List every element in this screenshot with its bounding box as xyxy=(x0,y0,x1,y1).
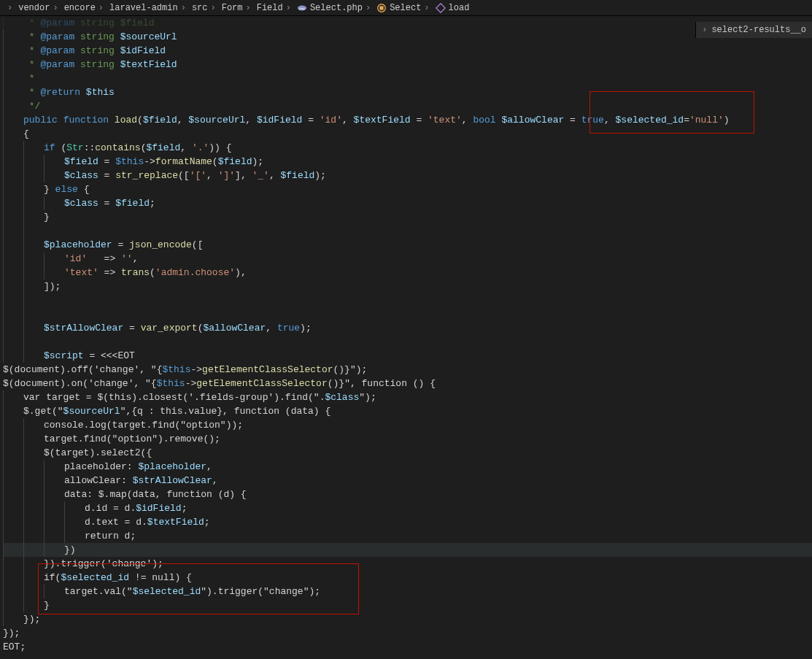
code-line: console.log(target.find("option")); xyxy=(3,418,812,432)
code-line: * xyxy=(3,72,812,85)
crumb-label: vendor xyxy=(18,3,50,13)
svg-rect-3 xyxy=(380,6,384,9)
code-line: if (Str::contains($field, '.')) { xyxy=(3,141,812,155)
code-line: * @param string $idField xyxy=(3,44,812,58)
crumb-form[interactable]: ›Form xyxy=(207,3,242,13)
code-line: }); xyxy=(3,626,812,640)
code-line: $class = str_replace(['[', ']'], '_', $f… xyxy=(3,169,812,182)
code-line: public function load($field, $sourceUrl,… xyxy=(3,113,812,127)
chevron-right-icon: › xyxy=(98,3,104,13)
code-line: $(document).on('change', "{$this->getEle… xyxy=(3,377,812,390)
code-line: $placeholder = json_encode([ xyxy=(3,238,812,252)
code-line xyxy=(3,293,812,307)
chevron-right-icon: › xyxy=(246,3,251,13)
svg-rect-4 xyxy=(436,3,444,12)
code-editor[interactable]: * @param string $field * @param string $… xyxy=(0,16,812,659)
crumb-label: encore xyxy=(64,3,96,13)
chevron-right-icon: › xyxy=(424,3,429,13)
code-line: placeholder: $placeholder, xyxy=(3,460,812,474)
crumb-label: load xyxy=(449,3,470,13)
code-line: $field = $this->formatName($field); xyxy=(3,155,812,169)
crumb-label: Form xyxy=(222,3,243,13)
code-line: $strAllowClear = var_export($allowClear,… xyxy=(3,321,812,335)
code-line: * @param string $textField xyxy=(3,58,812,72)
code-line: $class = $field; xyxy=(3,196,812,210)
code-line: * @param string $sourceUrl xyxy=(3,30,812,44)
code-line: return d; xyxy=(3,529,812,543)
crumb-src[interactable]: ›src xyxy=(178,3,208,13)
code-line: $(document).off('change', "{$this->getEl… xyxy=(3,363,812,377)
code-line: data: $.map(data, function (d) { xyxy=(3,487,812,501)
code-line: EOT; xyxy=(3,640,812,654)
code-line xyxy=(3,307,812,321)
crumb-laravel-admin[interactable]: ›laravel-admin xyxy=(96,3,178,13)
crumb-label: Select xyxy=(390,3,421,13)
code-line: $(target).select2({ xyxy=(3,446,812,460)
code-line: } xyxy=(3,210,812,224)
code-line: * @return $this xyxy=(3,85,812,99)
crumb-label: src xyxy=(192,3,208,13)
crumb-label: Select.php xyxy=(310,3,363,13)
crumb-label: laravel-admin xyxy=(109,3,178,13)
code-line: d.text = d.$textField; xyxy=(3,515,812,529)
code-line: 'text' => trans('admin.choose'), xyxy=(3,266,812,280)
code-line xyxy=(3,224,812,238)
code-line xyxy=(3,335,812,349)
code-line: }); xyxy=(3,612,812,626)
breadcrumb: ›vendor›encore›laravel-admin›src›Form›Fi… xyxy=(0,0,812,16)
class-icon xyxy=(376,3,387,13)
code-line: allowClear: $strAllowClear, xyxy=(3,474,812,487)
code-line: * @param string $field xyxy=(3,16,812,30)
code-line: */ xyxy=(3,99,812,113)
method-icon xyxy=(436,3,446,13)
crumb-vendor[interactable]: ›vendor xyxy=(4,3,50,13)
code-line: if($selected_id != null) { xyxy=(3,571,812,585)
crumb-label: Field xyxy=(257,3,283,13)
code-line: } xyxy=(3,598,812,612)
code-line: target.find("option").remove(); xyxy=(3,432,812,446)
code-line: 'id' => '', xyxy=(3,252,812,266)
chevron-right-icon: › xyxy=(7,3,12,13)
code-line: var target = $(this).closest('.fields-gr… xyxy=(3,390,812,404)
chevron-right-icon: › xyxy=(366,3,371,13)
chevron-right-icon: › xyxy=(210,3,215,13)
code-line: }).trigger('change'); xyxy=(3,557,812,571)
crumb-select-php[interactable]: ›phpSelect.php xyxy=(283,3,363,13)
code-line: }) xyxy=(3,543,812,557)
crumb-load[interactable]: ›load xyxy=(421,3,469,13)
code-line: ]); xyxy=(3,280,812,293)
crumb-select[interactable]: ›Select xyxy=(363,3,421,13)
chevron-right-icon: › xyxy=(181,3,186,13)
svg-text:php: php xyxy=(299,6,305,9)
code-line: $.get("$sourceUrl",{q : this.value}, fun… xyxy=(3,404,812,418)
code-line: target.val("$selected_id").trigger("chan… xyxy=(3,585,812,598)
crumb-field[interactable]: ›Field xyxy=(243,3,283,13)
code-line: $script = <<<EOT xyxy=(3,349,812,363)
code-line: { xyxy=(3,127,812,141)
crumb-encore[interactable]: ›encore xyxy=(50,3,95,13)
chevron-right-icon: › xyxy=(53,3,58,13)
php-icon: php xyxy=(297,3,307,13)
code-line: } else { xyxy=(3,182,812,196)
code-line: d.id = d.$idField; xyxy=(3,501,812,515)
chevron-right-icon: › xyxy=(286,3,291,13)
